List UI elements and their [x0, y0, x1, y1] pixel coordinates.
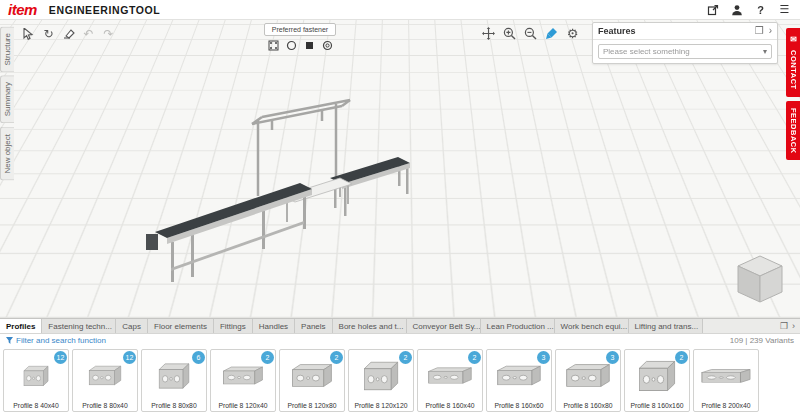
features-title: Features [598, 26, 636, 36]
tab-structure[interactable]: Structure [0, 26, 14, 72]
product-card[interactable]: 2 Profile 8 160x160 [624, 349, 690, 412]
product-name: Profile 8 160x40 [418, 401, 482, 411]
tab-fittings[interactable]: Fittings [214, 319, 253, 333]
features-select[interactable]: Please select something ▾ [598, 44, 772, 59]
left-tab-strip: Structure Summary New object [0, 26, 14, 183]
tab-panels[interactable]: Panels [295, 319, 332, 333]
settings-gear-icon[interactable]: ⚙ [564, 25, 581, 42]
product-name: Profile 8 200x40 [694, 401, 758, 411]
canvas-toolbar-right: ⚙ [480, 25, 581, 42]
product-card[interactable]: 3 Profile 8 160x60 [486, 349, 552, 412]
preferred-fastener-label: Preferred fastener [264, 23, 336, 36]
app-title: ENGINEERINGTOOL [49, 4, 160, 16]
share-icon[interactable] [705, 2, 720, 17]
tab-summary[interactable]: Summary [0, 75, 14, 123]
tab-conveyor[interactable]: Conveyor Belt Sy... [407, 319, 481, 333]
popout-icon[interactable]: ❐ [755, 26, 764, 36]
tab-lean-production[interactable]: Lean Production ... [481, 319, 555, 333]
fastener-circle-icon[interactable] [285, 39, 298, 52]
redo-icon[interactable]: ↷ [100, 25, 117, 42]
profile-thumb [88, 364, 122, 387]
zoom-in-icon[interactable] [501, 25, 518, 42]
product-card[interactable]: 2 Profile 8 120x40 [210, 349, 276, 412]
canvas-toolbar-left: ↻ ↶ ↷ [20, 25, 117, 42]
profile-thumb [23, 364, 49, 388]
tab-workbench-equip[interactable]: Work bench equi... [555, 319, 629, 333]
product-badge: 2 [330, 351, 343, 364]
profile-thumb [291, 362, 333, 389]
product-card[interactable]: 12 Profile 8 80x40 [72, 349, 138, 412]
product-name: Profile 8 80x80 [142, 401, 206, 411]
header-actions: ? ☰ [705, 2, 792, 17]
fastener-ring-icon[interactable] [321, 39, 334, 52]
product-badge: 2 [399, 351, 412, 364]
tab-fastening[interactable]: Fastening techn... [42, 319, 116, 333]
side-tab-strip: ✉ CONTACT FEEDBACK [786, 28, 800, 164]
header: item ENGINEERINGTOOL ? ☰ [0, 0, 800, 20]
contact-tab[interactable]: ✉ CONTACT [786, 28, 800, 97]
user-icon[interactable] [729, 2, 744, 17]
product-badge: 6 [192, 351, 205, 364]
product-list: 12 Profile 8 40x40 12 Profile 8 80x40 6 … [0, 347, 800, 414]
feedback-tab[interactable]: FEEDBACK [786, 101, 800, 161]
product-card[interactable]: 2 Profile 8 160x40 [417, 349, 483, 412]
variants-count: 109 | 239 Variants [730, 336, 794, 345]
panel-popout-icon[interactable]: ❐ [780, 322, 788, 331]
product-name: Profile 8 120x120 [349, 401, 413, 411]
zoom-out-icon[interactable] [522, 25, 539, 42]
fastener-square-icon[interactable] [303, 39, 316, 52]
product-name: Profile 8 80x40 [73, 401, 137, 411]
paint-brush-icon[interactable] [543, 25, 560, 42]
workbench-model[interactable] [0, 20, 800, 318]
product-badge: 3 [537, 351, 550, 364]
product-card[interactable]: 12 Profile 8 40x40 [3, 349, 69, 412]
product-badge: 2 [468, 351, 481, 364]
profile-thumb [158, 361, 190, 391]
product-name: Profile 8 160x60 [487, 401, 551, 411]
product-card[interactable]: 2 Profile 8 120x120 [348, 349, 414, 412]
profile-thumb [565, 362, 611, 389]
product-card[interactable]: 3 Profile 8 160x80 [555, 349, 621, 412]
tab-profiles[interactable]: Profiles [0, 319, 42, 333]
collapse-chevron-icon[interactable]: › [769, 26, 772, 36]
fastener-set-icon[interactable] [267, 39, 280, 52]
tab-floor-elements[interactable]: Floor elements [148, 319, 214, 333]
menu-icon[interactable]: ☰ [777, 2, 792, 17]
product-card[interactable]: Profile 8 200x40 [693, 349, 759, 412]
product-name: Profile 8 160x160 [625, 401, 689, 411]
viewport-3d[interactable]: Structure Summary New object ↻ ↶ ↷ Prefe… [0, 20, 800, 318]
features-panel: Features ❐ › Please select something ▾ [592, 22, 778, 64]
profile-thumb [363, 359, 399, 393]
help-icon[interactable]: ? [753, 2, 768, 17]
product-name: Profile 8 160x80 [556, 401, 620, 411]
conveyor-motor [146, 234, 158, 250]
fit-view-icon[interactable] [480, 25, 497, 42]
features-placeholder: Please select something [603, 47, 690, 56]
funnel-icon [6, 337, 13, 344]
tab-bore-holes[interactable]: Bore holes and t... [333, 319, 407, 333]
product-card[interactable]: 6 Profile 8 80x80 [141, 349, 207, 412]
tab-caps[interactable]: Caps [116, 319, 148, 333]
tab-new-object[interactable]: New object [0, 127, 14, 181]
library-tabs: Profiles Fastening techn... Caps Floor e… [0, 319, 800, 334]
tab-lifting[interactable]: Lifting and trans... [629, 319, 703, 333]
tab-handles[interactable]: Handles [253, 319, 295, 333]
product-name: Profile 8 40x40 [4, 401, 68, 411]
undo-icon[interactable]: ↶ [80, 25, 97, 42]
orientation-cube[interactable] [736, 254, 784, 310]
profile-thumb [222, 365, 264, 386]
panel-chevron-icon[interactable]: › [792, 322, 795, 331]
product-card[interactable]: 2 Profile 8 120x80 [279, 349, 345, 412]
product-badge: 2 [261, 351, 274, 364]
library-panel: Profiles Fastening techn... Caps Floor e… [0, 318, 800, 416]
select-cursor-icon[interactable] [20, 25, 37, 42]
filter-row: Filter and search function 109 | 239 Var… [0, 334, 800, 347]
product-badge: 2 [675, 351, 688, 364]
profile-thumb [427, 366, 473, 385]
product-badge: 12 [123, 351, 136, 364]
preferred-fastener-panel: Preferred fastener [264, 23, 336, 52]
rotate-view-icon[interactable]: ↻ [40, 25, 57, 42]
eraser-icon[interactable] [60, 25, 77, 42]
product-name: Profile 8 120x40 [211, 401, 275, 411]
filter-search-link[interactable]: Filter and search function [6, 336, 106, 345]
